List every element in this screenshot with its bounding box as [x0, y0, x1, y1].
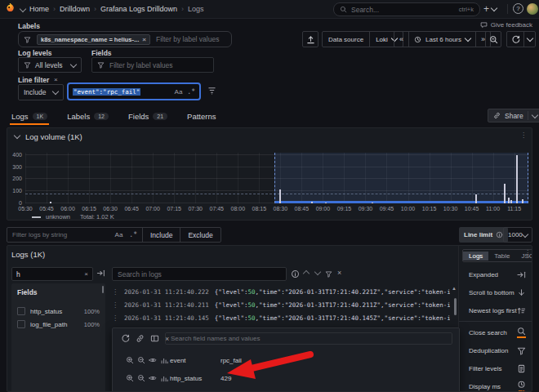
option-scroll-to-bottom[interactable]: Scroll to bottom	[459, 283, 532, 301]
user-avatar[interactable]	[527, 3, 538, 15]
legend-series-name[interactable]: unknown	[46, 213, 70, 220]
options-menu-icon[interactable]: ⋮	[524, 249, 531, 256]
share-button[interactable]: Share	[488, 109, 539, 122]
export-button[interactable]	[302, 31, 318, 47]
filter-for-value-icon[interactable]	[126, 356, 134, 364]
option-close-search[interactable]: Close search	[459, 323, 532, 341]
toggle-field-visibility-icon[interactable]	[149, 374, 157, 382]
field-stats-icon[interactable]	[160, 374, 168, 382]
label-filter-chip[interactable]: k8s_namespace_name = helius-... ×	[37, 34, 150, 45]
breadcrumb-item[interactable]: Drilldown	[60, 5, 90, 13]
next-match-icon[interactable]	[314, 269, 321, 275]
option-filter-levels[interactable]: Filter levels	[459, 359, 532, 377]
line-filter-input[interactable]: "event":"rpc_fail" Aa .*	[67, 82, 201, 100]
row-menu-icon[interactable]: ⋮	[112, 288, 118, 296]
active-indicator	[517, 336, 526, 338]
y-tick-label: 0	[19, 200, 22, 206]
sidebar-scrollbar[interactable]	[102, 286, 104, 293]
datasource-picker[interactable]: Data source Loki	[322, 31, 403, 47]
zoom-out-button[interactable]	[485, 31, 501, 47]
field-stats-icon[interactable]	[160, 356, 168, 364]
close-search-icon[interactable]: ×	[337, 269, 341, 277]
fields-filter-input[interactable]: Filter by label values	[91, 57, 214, 73]
field-checkbox[interactable]	[17, 307, 25, 315]
panel-menu-icon[interactable]: ⋮	[520, 131, 527, 139]
toggle-field-visibility-icon[interactable]	[149, 356, 157, 364]
collapse-sidebar-icon[interactable]	[96, 269, 105, 278]
row-menu-icon[interactable]: ⋮	[112, 314, 118, 322]
give-feedback-link[interactable]: Give feedback	[480, 21, 532, 29]
x-tick-label: 09:15	[337, 206, 352, 212]
logs-scrollbar[interactable]	[454, 295, 457, 324]
details-search-input[interactable]: Search field names and values	[165, 332, 452, 345]
filter-out-value-icon[interactable]	[137, 356, 145, 364]
filter-for-value-icon[interactable]	[126, 374, 134, 382]
field-checkbox[interactable]	[17, 320, 25, 328]
option-display-ms[interactable]: Display msms	[459, 377, 532, 392]
case-sensitive-toggle[interactable]: Aa	[115, 231, 123, 238]
line-filter-options-icon[interactable]	[207, 86, 216, 95]
row-menu-icon[interactable]: ⋮	[112, 301, 118, 309]
log-row[interactable]: ⋮2026-01-31 11:21:40.211{"level":50,"tim…	[112, 298, 450, 311]
log-levels-dropdown[interactable]: All levels	[18, 57, 82, 73]
clear-line-filter-icon[interactable]: ×	[54, 76, 58, 83]
time-shift-back-button[interactable]: «	[394, 32, 409, 47]
filter-out-value-icon[interactable]	[137, 374, 145, 382]
x-tick-label: 09:45	[380, 206, 394, 212]
log-row[interactable]: ⋮2026-01-31 11:21:40.145{"level":50,"tim…	[112, 311, 450, 324]
logs-panel-title[interactable]: Logs (1K)	[11, 250, 45, 259]
time-selection-region[interactable]	[274, 153, 528, 203]
remove-chip-icon[interactable]: ×	[142, 36, 146, 43]
log-levels-label: Log levels	[18, 49, 52, 57]
breadcrumb-item[interactable]: Logs	[188, 5, 204, 13]
log-row[interactable]: ⋮2026-01-31 11:21:40.222{"level":50,"tim…	[112, 285, 450, 298]
clear-search-icon[interactable]: ×	[84, 270, 88, 278]
scroll-top-icon[interactable]: ▲	[452, 286, 457, 291]
collapse-panel-icon[interactable]	[14, 132, 20, 139]
regex-toggle[interactable]: .*	[187, 88, 195, 96]
exclude-button[interactable]: Exclude	[180, 228, 220, 242]
org-switcher-caret-icon[interactable]	[20, 6, 26, 12]
field-list-item-http_status[interactable]: http_status100%	[11, 305, 105, 318]
help-icon[interactable]: ?	[513, 3, 523, 14]
breadcrumb-item[interactable]: Home	[29, 5, 49, 13]
panel-title[interactable]: Log volume (1K)	[25, 132, 82, 141]
refresh-icon[interactable]	[507, 32, 523, 47]
view-option-table[interactable]: Table	[488, 252, 515, 261]
option-deduplication[interactable]: Deduplication	[459, 341, 532, 359]
tab-patterns[interactable]: Patterns	[187, 112, 216, 125]
grafana-logo-icon[interactable]	[6, 3, 15, 12]
columns-icon[interactable]	[150, 334, 159, 343]
view-option-logs[interactable]: Logs	[463, 252, 488, 261]
include-button[interactable]: Include	[142, 228, 180, 242]
button-divider	[528, 111, 528, 120]
global-search-input[interactable]: Search... ctrl+k	[333, 2, 480, 16]
line-limit-button[interactable]: Line limit	[459, 227, 508, 243]
search-in-logs-input[interactable]: Search in logs	[112, 267, 287, 281]
regex-toggle[interactable]: .*	[129, 231, 137, 238]
time-range-button[interactable]: Last 6 hours	[409, 32, 475, 47]
option-newest-logs-first[interactable]: Newest logs first	[459, 301, 532, 319]
funnel-icon[interactable]	[325, 270, 332, 278]
line-filter-mode-dropdown[interactable]: Include	[18, 84, 64, 100]
prev-match-icon[interactable]	[303, 270, 310, 277]
fields-search-input[interactable]: h ×	[11, 267, 93, 281]
filter-logs-input[interactable]: Filter logs by string Aa .*	[7, 228, 142, 242]
option-expanded[interactable]: Expanded	[459, 265, 532, 283]
tab-logs[interactable]: Logs1K	[11, 112, 47, 125]
refresh-icon[interactable]	[121, 334, 130, 343]
arrow-down-icon	[517, 288, 526, 297]
field-list-item-log_file_path[interactable]: log_file_path100%	[11, 318, 105, 331]
line-limit-select[interactable]: 1000	[503, 227, 532, 243]
log-volume-chart[interactable]	[25, 153, 528, 203]
option-label: Filter levels	[469, 365, 501, 372]
breadcrumb-item[interactable]: Grafana Logs Drilldown	[100, 5, 177, 13]
tab-labels[interactable]: Labels12	[67, 112, 109, 125]
new-menu-button[interactable]: +	[483, 2, 497, 16]
breadcrumb-separator: ›	[181, 5, 184, 13]
refresh-interval-caret[interactable]	[523, 32, 535, 47]
link-icon[interactable]	[136, 334, 145, 343]
label-filters-box[interactable]: k8s_namespace_name = helius-... × Filter…	[18, 31, 232, 47]
tab-fields[interactable]: Fields21	[128, 112, 167, 125]
case-sensitive-toggle[interactable]: Aa	[175, 88, 183, 96]
